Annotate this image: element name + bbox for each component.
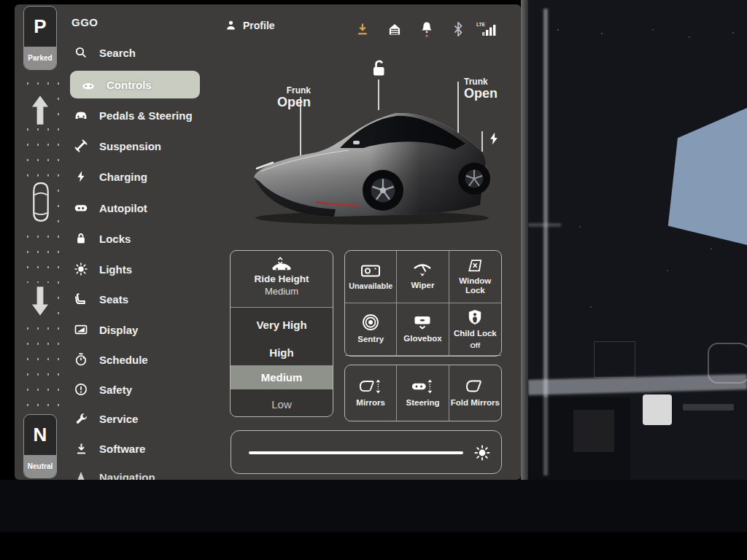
ride-option-low[interactable]: Low: [231, 393, 333, 415]
lte-signal-icon: LTE: [476, 20, 498, 38]
steering-adjust-icon: [411, 378, 434, 394]
sidebar-item-label: Search: [99, 47, 136, 59]
bluetooth-icon[interactable]: [449, 20, 467, 38]
ride-height-current: Medium: [231, 286, 333, 297]
ride-option-high[interactable]: High: [231, 341, 333, 363]
lights-icon: [73, 261, 89, 277]
sentry-button[interactable]: Sentry: [345, 303, 397, 356]
map-poi-dots: [557, 29, 559, 31]
gear-park-button[interactable]: P Parked: [23, 6, 57, 70]
autopilot-icon: [73, 200, 89, 216]
controls-icon: [80, 77, 96, 93]
gear-down-arrow-icon[interactable]: [26, 283, 54, 319]
glovebox-icon: [413, 315, 432, 330]
sidebar-item-search[interactable]: Search: [73, 42, 136, 63]
sidebar-item-charging[interactable]: Charging: [73, 166, 147, 187]
profile-button[interactable]: Profile: [225, 19, 275, 31]
app-dock: ‹ Manual HI › ♫ ••• 30 ‹: [0, 480, 747, 532]
pedals-steering-icon: [73, 107, 89, 123]
sidebar-item-seats[interactable]: Seats: [73, 288, 128, 310]
mirrors-button[interactable]: Mirrors: [345, 365, 397, 421]
ride-option-medium-selected[interactable]: Medium: [231, 365, 333, 389]
brightness-slider-track[interactable]: [249, 451, 463, 454]
sentry-icon: [362, 314, 379, 331]
sidebar-item-pedals-steering[interactable]: Pedals & Steering: [73, 104, 193, 126]
gear-up-arrow-icon[interactable]: [26, 92, 54, 128]
gear-park-label: Parked: [24, 47, 56, 69]
gear-neutral-label: Neutral: [24, 455, 56, 478]
safety-icon: [73, 381, 89, 397]
brightness-slider[interactable]: [231, 430, 502, 474]
gear-park-letter: P: [24, 7, 56, 47]
sun-icon: [473, 444, 491, 462]
dashcam-camera-icon: [360, 263, 381, 278]
ride-height-options: Very High High Medium Low: [231, 308, 333, 416]
charging-icon: [73, 168, 89, 184]
wiper-button[interactable]: Wiper: [397, 251, 449, 303]
software-icon: [73, 440, 89, 456]
map-building-outline: [594, 341, 635, 378]
sidebar-item-service[interactable]: Service: [73, 408, 138, 429]
map-road-loop: [708, 343, 747, 384]
sidebar-item-safety[interactable]: Safety: [73, 378, 132, 400]
fold-mirrors-button[interactable]: Fold Mirrors: [449, 365, 501, 421]
profile-person-icon: [225, 19, 237, 31]
suspension-icon: [73, 138, 89, 154]
sidebar-item-label: Controls: [107, 79, 152, 91]
mirror-adjust-icon: [359, 378, 382, 394]
gear-neutral-letter: N: [24, 415, 56, 455]
wiper-icon: [413, 262, 432, 277]
map-marker-square: [643, 394, 672, 425]
dashcam-unavailable-button[interactable]: Unavailable: [345, 251, 397, 303]
sidebar-item-autopilot[interactable]: Autopilot: [73, 197, 147, 219]
map-water-region: [651, 108, 747, 245]
sidebar-item-schedule[interactable]: Schedule: [73, 349, 148, 370]
fold-mirrors-icon: [465, 378, 484, 394]
unlocked-padlock-icon[interactable]: [369, 58, 388, 79]
navigation-map[interactable]: [528, 0, 747, 480]
map-road-stub: [528, 223, 561, 227]
software-update-download-icon[interactable]: [354, 20, 371, 38]
svg-text:LTE: LTE: [476, 22, 485, 27]
locks-icon: [73, 230, 89, 246]
child-lock-button[interactable]: Child Lock Off: [449, 303, 501, 356]
glovebox-button[interactable]: Glovebox: [397, 303, 449, 356]
sidebar-item-lights[interactable]: Lights: [73, 258, 132, 280]
ride-height-card: Ride Height Medium Very High High Medium…: [230, 250, 333, 417]
quick-controls-grid: Unavailable Wiper Window Lock Sentry Glo…: [344, 250, 502, 357]
ride-option-very-high[interactable]: Very High: [231, 314, 333, 335]
sidebar-item-controls[interactable]: Controls: [70, 71, 200, 98]
sidebar-item-suspension[interactable]: Suspension: [73, 135, 161, 157]
schedule-icon: [73, 351, 89, 368]
child-lock-state: Off: [470, 341, 480, 349]
homelink-garage-icon[interactable]: [386, 20, 403, 38]
vehicle-render: [247, 101, 495, 227]
gear-neutral-button[interactable]: N Neutral: [23, 414, 57, 478]
window-lock-icon: [466, 258, 484, 273]
sidebar-item-locks[interactable]: Locks: [73, 228, 131, 249]
vehicle-name: GGO: [71, 16, 98, 28]
ride-height-icon: [231, 257, 333, 271]
controls-panel: P Parked N Neutral GGO Profile: [15, 4, 521, 480]
display-icon: [73, 322, 89, 338]
vehicle-topview-icon: [26, 179, 56, 225]
steering-button[interactable]: Steering: [397, 365, 449, 421]
trunk-callout[interactable]: Trunk Open: [464, 77, 522, 100]
adjust-controls-grid: Mirrors Steering Fold Mirrors: [344, 365, 502, 421]
window-lock-button[interactable]: Window Lock: [449, 251, 501, 303]
panel-edge-bezel: [521, 0, 528, 480]
sidebar-item-software[interactable]: Software: [73, 438, 145, 459]
sidebar-item-display[interactable]: Display: [73, 319, 138, 341]
search-icon: [73, 44, 89, 61]
ride-height-title: Ride Height: [231, 273, 333, 284]
seats-icon: [73, 291, 89, 307]
child-lock-icon: [468, 309, 482, 325]
notifications-bell-icon[interactable]: [418, 20, 436, 38]
map-faint-square: [573, 410, 614, 452]
service-icon: [73, 411, 89, 427]
profile-label: Profile: [243, 20, 275, 31]
map-label-bar: [683, 404, 734, 411]
